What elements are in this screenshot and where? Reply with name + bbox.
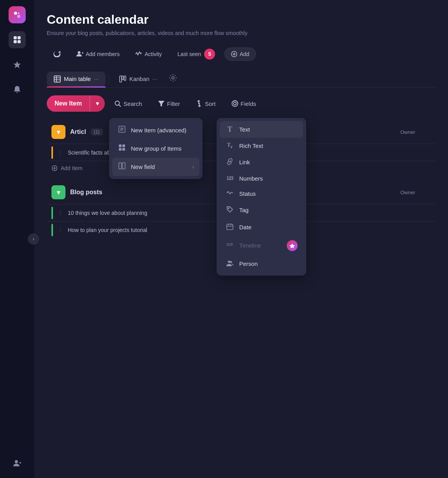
text-field-icon: T [225,125,235,134]
svg-point-24 [172,77,174,79]
field-type-rich-text[interactable]: Tr Rich Text [220,138,303,154]
user-add-icon[interactable] [9,455,26,472]
last-seen-button[interactable]: Last seen S [171,46,222,63]
svg-point-1 [17,15,20,18]
row-menu-dots[interactable]: ⋮ [58,149,63,156]
field-type-date[interactable]: Date [220,219,303,236]
svg-line-26 [119,105,121,107]
new-field-chevron: › [192,164,194,170]
activity-icon [135,50,142,58]
page-title: Content calendar [47,12,436,27]
svg-rect-37 [122,148,125,151]
svg-rect-3 [14,36,17,39]
rich-text-field-icon: Tr [225,142,235,149]
add-members-icon [76,50,83,58]
field-type-numbers[interactable]: 123 Numbers [220,171,303,186]
svg-point-0 [14,12,17,15]
tabs-bar: Main table ··· Kanban ··· [47,70,436,87]
svg-rect-4 [18,36,21,39]
link-field-icon [225,158,235,167]
add-members-button[interactable]: Add members [70,47,126,62]
svg-rect-38 [119,163,122,169]
field-type-link[interactable]: Link [220,154,303,171]
timeline-field-icon [225,242,235,249]
date-field-icon [225,223,235,232]
svg-point-2 [18,12,19,14]
person-field-icon [225,260,235,268]
new-field-icon [118,162,126,171]
tag-field-icon [225,206,235,214]
svg-point-40 [228,208,229,209]
group-articles-count: (1) [91,128,103,135]
row-item-text: How to plan your projects tutorial [68,227,147,233]
top-actions-bar: Add members Activity Last seen S Add [47,46,436,63]
grid-icon[interactable] [9,31,26,48]
page-subtitle: Ensure your blog posts, publications, ar… [47,30,436,36]
new-item-main-button[interactable]: New Item [47,95,90,112]
add-item-label: Add Item [61,165,83,171]
dropdown-item-new-item-advanced[interactable]: New Item (advanced) [112,121,199,139]
row-color-bar [51,224,53,236]
svg-rect-21 [120,76,122,82]
avatar: S [204,49,215,60]
new-group-icon [118,144,126,153]
row-color-bar [51,207,53,219]
tab-main-table[interactable]: Main table ··· [47,72,106,86]
field-type-status[interactable]: Status [220,186,303,202]
field-types-submenu: T Text Tr Rich Text Link 123 Numbers [217,118,306,276]
svg-point-29 [233,102,236,105]
svg-point-11 [78,51,81,54]
group-blog-posts-title: Blog posts [70,189,102,196]
fields-button[interactable]: Fields [225,96,263,111]
svg-point-28 [232,101,238,107]
field-type-tag[interactable]: Tag [220,202,303,219]
add-button[interactable]: Add [224,47,256,61]
main-table-dots[interactable]: ··· [94,76,99,82]
row-menu-dots[interactable]: ⋮ [58,210,63,216]
svg-rect-39 [122,163,125,169]
tab-kanban[interactable]: Kanban ··· [112,72,164,86]
svg-rect-35 [122,144,125,147]
bell-icon[interactable] [9,81,26,98]
tab-separator [109,74,109,84]
group-articles-collapse[interactable]: ▾ [51,125,65,139]
row-menu-dots[interactable]: ⋮ [58,227,63,233]
svg-rect-22 [122,76,123,80]
svg-rect-5 [14,40,17,43]
filter-button[interactable]: Filter [152,96,186,111]
sort-button[interactable]: Sort [189,96,222,111]
group-articles-owner-label: Owner [400,129,415,135]
field-type-person[interactable]: Person [220,255,303,272]
row-item-text: 10 things we love about planning [68,210,147,216]
app-logo[interactable] [9,6,26,23]
svg-point-8 [15,460,18,463]
svg-rect-6 [18,40,21,43]
timeline-upgrade-badge[interactable] [287,240,298,251]
field-type-text[interactable]: T Text [220,121,303,138]
svg-rect-23 [124,76,126,81]
svg-rect-34 [119,144,122,147]
status-field-icon [225,190,235,197]
refresh-button[interactable] [47,46,67,62]
svg-point-50 [230,261,232,263]
row-color-bar [51,146,53,159]
new-item-dropdown-menu: New Item (advanced) New group of Items [109,118,203,179]
svg-marker-27 [158,101,164,106]
svg-rect-17 [54,76,60,82]
new-item-dropdown-arrow[interactable]: ▼ [90,96,105,111]
sidebar-collapse-button[interactable]: › [28,234,39,244]
field-type-timeline[interactable]: Timeline [220,236,303,255]
group-blog-posts-collapse[interactable]: ▾ [51,185,65,199]
toolbar: New Item ▼ Search Filter Sort [47,95,436,112]
refresh-icon [53,49,61,59]
dropdown-item-new-group[interactable]: New group of Items [112,139,199,158]
kanban-dots[interactable]: ··· [153,76,157,82]
svg-point-49 [228,260,230,263]
main-content: Content calendar Ensure your blog posts,… [34,0,448,478]
settings-button[interactable] [166,70,180,87]
activity-button[interactable]: Activity [129,47,168,62]
search-button[interactable]: Search [108,96,148,111]
new-item-button-group[interactable]: New Item ▼ [47,95,105,112]
star-icon[interactable] [9,56,26,73]
dropdown-item-new-field[interactable]: New field › [112,158,199,176]
